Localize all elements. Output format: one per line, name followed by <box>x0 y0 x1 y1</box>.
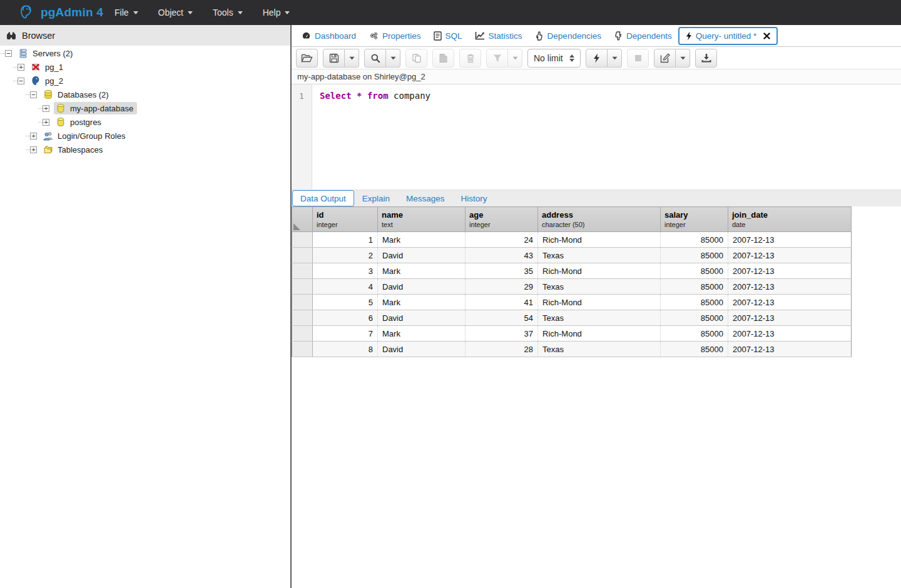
tree-item-servers-2-[interactable]: −Servers (2) <box>0 46 290 60</box>
save-menu-button[interactable] <box>345 49 359 68</box>
cell-name[interactable]: David <box>378 279 466 295</box>
stop-button[interactable] <box>627 49 649 68</box>
cell-age[interactable]: 24 <box>466 232 538 248</box>
execute-button[interactable] <box>586 49 608 68</box>
tab-sql[interactable]: SQL <box>427 27 469 45</box>
expand-expander-icon[interactable]: + <box>30 133 37 139</box>
row-selector[interactable] <box>292 248 313 263</box>
expand-expander-icon[interactable]: + <box>43 119 49 126</box>
cell-address[interactable]: Rich-Mond <box>538 263 661 279</box>
cell-salary[interactable]: 85000 <box>661 263 728 279</box>
column-header-name[interactable]: nametext <box>378 207 466 232</box>
cell-salary[interactable]: 85000 <box>661 279 728 295</box>
cell-join_date[interactable]: 2007-12-13 <box>728 310 852 326</box>
cell-age[interactable]: 28 <box>466 342 538 357</box>
cell-join_date[interactable]: 2007-12-13 <box>728 279 852 295</box>
cell-address[interactable]: Texas <box>538 248 661 263</box>
cell-name[interactable]: Mark <box>378 295 466 310</box>
delete-button[interactable] <box>459 49 481 68</box>
tree-item-pg-1[interactable]: +pg_1 <box>0 60 290 74</box>
column-header-address[interactable]: addresscharacter (50) <box>538 207 661 232</box>
find-menu-button[interactable] <box>386 49 400 68</box>
execute-menu-button[interactable] <box>608 49 622 68</box>
cell-join_date[interactable]: 2007-12-13 <box>728 232 852 248</box>
cell-age[interactable]: 37 <box>466 326 538 342</box>
expand-expander-icon[interactable]: + <box>43 105 49 112</box>
cell-name[interactable]: Mark <box>378 326 466 342</box>
menu-file[interactable]: File <box>104 0 148 25</box>
output-tab-messages[interactable]: Messages <box>398 190 453 207</box>
tab-dependencies[interactable]: Dependencies <box>529 27 608 45</box>
copy-button[interactable] <box>405 49 427 68</box>
cell-id[interactable]: 8 <box>313 342 378 357</box>
sql-editor[interactable]: 1 Select * from company <box>292 84 901 190</box>
tab-dashboard[interactable]: Dashboard <box>295 27 362 45</box>
row-selector[interactable] <box>292 295 313 310</box>
column-header-age[interactable]: ageinteger <box>466 207 538 232</box>
row-selector[interactable] <box>292 326 313 342</box>
cell-age[interactable]: 54 <box>466 310 538 326</box>
sql-code-line[interactable]: Select * from company <box>312 84 430 190</box>
cell-id[interactable]: 7 <box>313 326 378 342</box>
cell-name[interactable]: David <box>378 342 466 357</box>
paste-button[interactable] <box>432 49 454 68</box>
filter-button[interactable] <box>486 49 508 68</box>
cell-name[interactable]: Mark <box>378 263 466 279</box>
row-selector[interactable] <box>292 279 313 295</box>
menu-object[interactable]: Object <box>148 0 203 25</box>
cell-address[interactable]: Rich-Mond <box>538 295 661 310</box>
output-tab-data-output[interactable]: Data Output <box>292 190 354 206</box>
tree-item-my-app-database[interactable]: +my-app-database <box>0 101 290 115</box>
filter-menu-button[interactable] <box>508 49 522 68</box>
tree-item-tablespaces[interactable]: +Tablespaces <box>0 143 290 156</box>
cell-age[interactable]: 35 <box>466 263 538 279</box>
collapse-expander-icon[interactable]: − <box>30 91 37 98</box>
save-button[interactable] <box>323 49 345 68</box>
cell-name[interactable]: David <box>378 248 466 263</box>
cell-join_date[interactable]: 2007-12-13 <box>728 295 852 310</box>
expand-expander-icon[interactable]: + <box>30 146 37 153</box>
collapse-expander-icon[interactable]: − <box>18 78 24 84</box>
cell-age[interactable]: 29 <box>466 279 538 295</box>
cell-name[interactable]: David <box>378 310 466 326</box>
menu-help[interactable]: Help <box>253 0 300 25</box>
cell-address[interactable]: Rich-Mond <box>538 326 661 342</box>
cell-age[interactable]: 43 <box>466 248 538 263</box>
tree-item-login-group-roles[interactable]: +Login/Group Roles <box>0 129 290 143</box>
cell-id[interactable]: 5 <box>313 295 378 310</box>
expand-expander-icon[interactable]: + <box>18 64 24 71</box>
cell-id[interactable]: 3 <box>313 263 378 279</box>
tab-properties[interactable]: Properties <box>362 27 427 45</box>
select-all-corner[interactable] <box>292 207 313 232</box>
open-file-button[interactable] <box>296 49 318 68</box>
cell-join_date[interactable]: 2007-12-13 <box>728 263 852 279</box>
tab-dependents[interactable]: Dependents <box>608 27 678 45</box>
cell-address[interactable]: Texas <box>538 279 661 295</box>
column-header-id[interactable]: idinteger <box>313 207 378 232</box>
cell-address[interactable]: Texas <box>538 342 661 357</box>
tab-statistics[interactable]: Statistics <box>469 27 529 45</box>
row-selector[interactable] <box>292 342 313 357</box>
output-tab-explain[interactable]: Explain <box>354 190 398 207</box>
cell-address[interactable]: Texas <box>538 310 661 326</box>
tree-item-pg-2[interactable]: −pg_2 <box>0 74 290 88</box>
cell-age[interactable]: 41 <box>466 295 538 310</box>
tab-query-untitled-[interactable]: Query- untitled * <box>678 27 778 45</box>
cell-join_date[interactable]: 2007-12-13 <box>728 342 852 357</box>
row-selector[interactable] <box>292 263 313 279</box>
column-header-join_date[interactable]: join_datedate <box>728 207 852 232</box>
cell-salary[interactable]: 85000 <box>661 248 728 263</box>
cell-join_date[interactable]: 2007-12-13 <box>728 248 852 263</box>
cell-id[interactable]: 1 <box>313 232 378 248</box>
download-button[interactable] <box>695 49 717 68</box>
collapse-expander-icon[interactable]: − <box>5 50 12 57</box>
cell-salary[interactable]: 85000 <box>661 342 728 357</box>
edit-button[interactable] <box>654 49 676 68</box>
find-button[interactable] <box>364 49 386 68</box>
cell-salary[interactable]: 85000 <box>661 310 728 326</box>
row-selector[interactable] <box>292 310 313 326</box>
cell-name[interactable]: Mark <box>378 232 466 248</box>
close-icon[interactable] <box>763 33 770 39</box>
cell-address[interactable]: Rich-Mond <box>538 232 661 248</box>
menu-tools[interactable]: Tools <box>203 0 253 25</box>
